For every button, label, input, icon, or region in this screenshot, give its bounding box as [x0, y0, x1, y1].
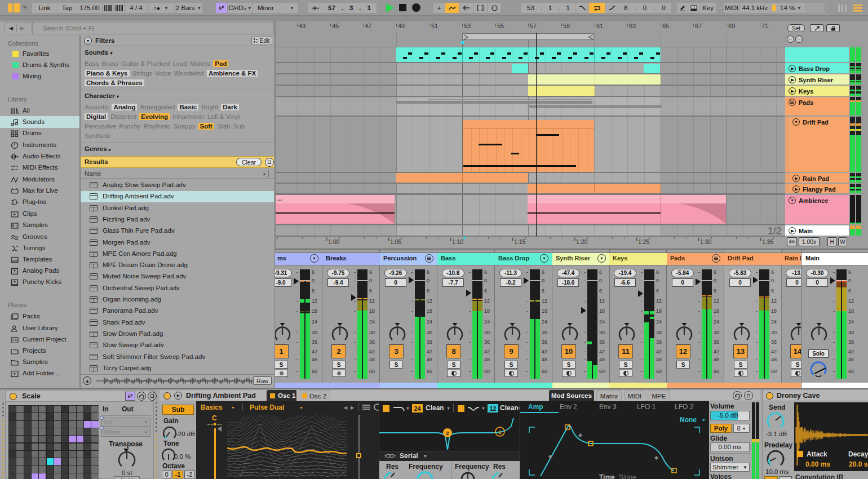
svg-text:0.00 ms: 0.00 ms: [805, 460, 830, 468]
svg-text:Attack: Attack: [807, 450, 827, 458]
svg-text:2: 2: [446, 431, 449, 436]
svg-text:Decay: Decay: [848, 450, 868, 458]
svg-text:20.0 s: 20.0 s: [849, 460, 868, 468]
svg-text:1: 1: [498, 429, 501, 435]
